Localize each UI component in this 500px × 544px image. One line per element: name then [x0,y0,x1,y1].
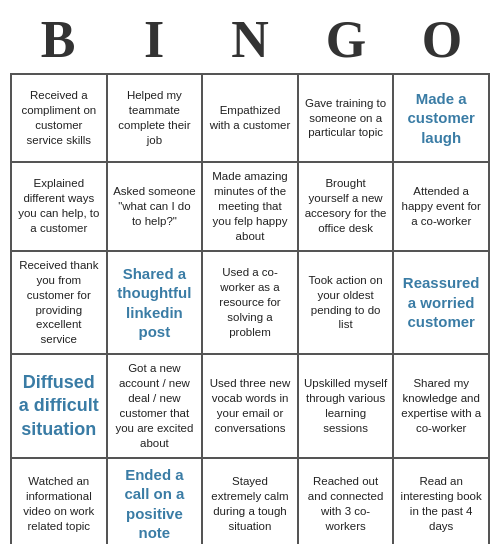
bingo-cell-23[interactable]: Reached out and connected with 3 co-work… [299,459,395,544]
bingo-cell-18[interactable]: Upskilled myself through various learnin… [299,355,395,459]
bingo-cell-21[interactable]: Ended a call on a positive note [108,459,204,544]
bingo-cell-11[interactable]: Shared a thoughtful linkedin post [108,252,204,356]
bingo-cell-15[interactable]: Diffused a difficult situation [12,355,108,459]
bingo-cell-7[interactable]: Made amazing minutes of the meeting that… [203,163,299,252]
bingo-header: BINGO [10,10,490,69]
bingo-cell-10[interactable]: Received thank you from customer for pro… [12,252,108,356]
bingo-cell-1[interactable]: Helped my teammate complete their job [108,75,204,163]
bingo-cell-13[interactable]: Took action on your oldest pending to do… [299,252,395,356]
bingo-grid: Received a compliment on customer servic… [10,73,490,544]
bingo-cell-17[interactable]: Used three new vocab words in your email… [203,355,299,459]
bingo-letter-i: I [110,10,198,69]
bingo-cell-5[interactable]: Explained different ways you can help, t… [12,163,108,252]
bingo-letter-n: N [206,10,294,69]
bingo-cell-16[interactable]: Got a new account / new deal / new custo… [108,355,204,459]
bingo-cell-20[interactable]: Watched an informational video on work r… [12,459,108,544]
bingo-cell-14[interactable]: Reassured a worried customer [394,252,490,356]
bingo-cell-8[interactable]: Brought yourself a new accesory for the … [299,163,395,252]
bingo-card: BINGO Received a compliment on customer … [0,0,500,544]
bingo-cell-6[interactable]: Asked someone "what can I do to help?" [108,163,204,252]
bingo-cell-0[interactable]: Received a compliment on customer servic… [12,75,108,163]
bingo-letter-o: O [398,10,486,69]
bingo-cell-24[interactable]: Read an interesting book in the past 4 d… [394,459,490,544]
bingo-cell-22[interactable]: Stayed extremely calm during a tough sit… [203,459,299,544]
bingo-cell-3[interactable]: Gave training to someone on a particular… [299,75,395,163]
bingo-cell-19[interactable]: Shared my knowledge and expertise with a… [394,355,490,459]
bingo-cell-2[interactable]: Empathized with a customer [203,75,299,163]
bingo-cell-12[interactable]: Used a co-worker as a resource for solvi… [203,252,299,356]
bingo-cell-4[interactable]: Made a customer laugh [394,75,490,163]
bingo-letter-g: G [302,10,390,69]
bingo-cell-9[interactable]: Attended a happy event for a co-worker [394,163,490,252]
bingo-letter-b: B [14,10,102,69]
